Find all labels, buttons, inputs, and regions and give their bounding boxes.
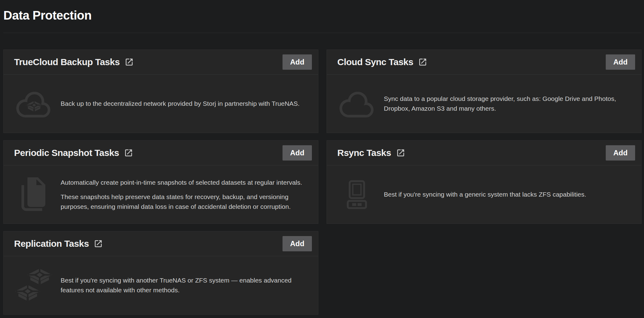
- add-button-cloud-sync[interactable]: Add: [606, 54, 635, 70]
- open-in-new-icon[interactable]: [124, 148, 133, 157]
- card-cloud-sync: Cloud Sync Tasks Add: [327, 50, 642, 133]
- card-title[interactable]: TrueCloud Backup Tasks: [14, 57, 120, 67]
- snapshots-icon: [14, 176, 53, 213]
- card-description: Back up to the decentralized network pro…: [61, 99, 309, 109]
- card-rsync: Rsync Tasks Add Best if yo: [327, 140, 642, 224]
- card-description: Sync data to a popular cloud storage pro…: [384, 94, 633, 113]
- card-title[interactable]: Cloud Sync Tasks: [337, 57, 413, 67]
- card-body: Automatically create point-in-time snaps…: [4, 165, 318, 224]
- open-in-new-icon[interactable]: [396, 148, 405, 157]
- card-description: Best if you're syncing with a generic sy…: [384, 190, 633, 199]
- card-header: Rsync Tasks Add: [327, 141, 641, 165]
- open-in-new-icon[interactable]: [418, 57, 427, 67]
- card-description: Best if you're syncing with another True…: [61, 275, 309, 295]
- card-body: Best if you're syncing with a generic sy…: [327, 165, 641, 224]
- title-divider: [3, 33, 642, 33]
- card-header: Replication Tasks Add: [4, 231, 318, 256]
- card-text: Automatically create point-in-time snaps…: [61, 178, 309, 212]
- open-in-new-icon[interactable]: [94, 239, 103, 248]
- card-text: Best if you're syncing with a generic sy…: [384, 190, 633, 199]
- replication-boxes-icon: [14, 268, 53, 302]
- card-header: Periodic Snapshot Tasks Add: [4, 141, 318, 165]
- cloud-icon: [337, 89, 376, 119]
- open-in-new-icon[interactable]: [125, 57, 134, 67]
- add-button-rsync[interactable]: Add: [606, 145, 635, 161]
- card-text: Best if you're syncing with another True…: [61, 275, 309, 295]
- computer-icon: [337, 180, 376, 209]
- card-replication: Replication Tasks Add: [3, 231, 318, 315]
- add-button-periodic-snapshot[interactable]: Add: [283, 145, 312, 161]
- add-button-replication[interactable]: Add: [283, 236, 312, 251]
- card-body: Best if you're syncing with another True…: [4, 256, 318, 314]
- card-text: Sync data to a popular cloud storage pro…: [384, 94, 633, 113]
- card-body: Back up to the decentralized network pro…: [4, 75, 318, 133]
- data-protection-page: Data Protection TrueCloud Backup Tasks A…: [0, 7, 644, 315]
- card-header: TrueCloud Backup Tasks Add: [4, 50, 318, 75]
- cloud-storj-icon: [14, 89, 53, 119]
- card-title[interactable]: Periodic Snapshot Tasks: [14, 148, 119, 158]
- card-body: Sync data to a popular cloud storage pro…: [327, 75, 641, 133]
- card-grid: TrueCloud Backup Tasks Add: [3, 50, 642, 315]
- page-title: Data Protection: [3, 7, 642, 23]
- card-title[interactable]: Rsync Tasks: [337, 148, 391, 158]
- card-description: These snapshots help preserve data state…: [61, 192, 309, 212]
- card-text: Back up to the decentralized network pro…: [61, 99, 309, 109]
- card-header: Cloud Sync Tasks Add: [327, 50, 641, 75]
- add-button-truecloud-backup[interactable]: Add: [283, 54, 312, 70]
- card-description: Automatically create point-in-time snaps…: [61, 178, 309, 187]
- card-periodic-snapshot: Periodic Snapshot Tasks Add Automaticall…: [3, 140, 318, 224]
- card-truecloud-backup: TrueCloud Backup Tasks Add: [3, 50, 318, 133]
- card-title[interactable]: Replication Tasks: [14, 239, 89, 249]
